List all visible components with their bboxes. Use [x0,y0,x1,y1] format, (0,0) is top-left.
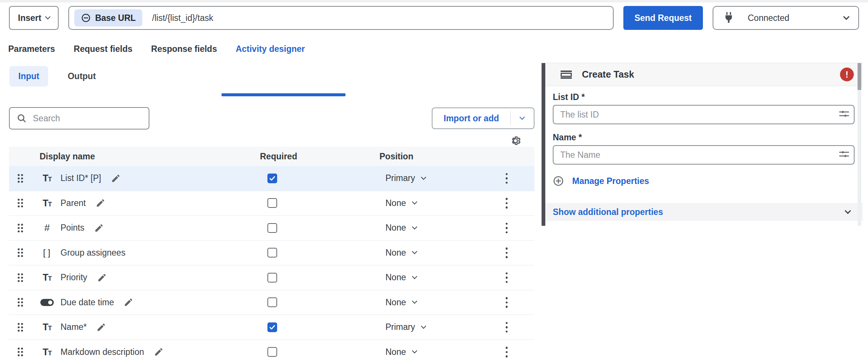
activity-designer-page: Insert Base URL /list/{list_id}/task Sen… [0,0,868,359]
required-checkbox[interactable] [267,347,277,357]
table-row: TTList ID* [P]Primary [9,166,534,191]
edit-pencil-icon[interactable] [97,273,107,282]
position-select[interactable]: None [379,198,495,208]
panel-resize-bar[interactable] [542,63,545,226]
connection-dropdown[interactable]: Connected [713,6,859,30]
row-menu-kebab-icon[interactable] [502,270,512,285]
edit-pencil-icon[interactable] [154,347,164,357]
row-menu-kebab-icon[interactable] [502,221,512,236]
row-menu-kebab-icon[interactable] [502,295,512,310]
drag-handle-icon[interactable] [17,347,40,357]
gear-icon[interactable] [508,133,523,148]
show-additional-properties-toggle[interactable]: Show additional properties [545,203,863,221]
field-display-name: Parent [61,198,86,208]
tab-parameters[interactable]: Parameters [8,44,55,60]
edit-pencil-icon[interactable] [124,297,133,307]
row-menu-kebab-icon[interactable] [502,196,512,211]
link-icon [81,13,91,23]
subtab-output[interactable]: Output [59,66,105,87]
required-checkbox[interactable] [267,273,277,282]
tab-activity-designer[interactable]: Activity designer [236,44,305,60]
import-or-add-label[interactable]: Import or add [433,113,510,124]
name-input[interactable] [553,145,855,165]
table-row: TTName*Primary [9,315,534,340]
search-box[interactable] [9,107,149,129]
text-type-icon: TT [40,198,55,209]
panel-body: List ID * Name * [545,86,863,189]
position-select[interactable]: None [379,248,495,258]
edit-pencil-icon[interactable] [94,223,104,233]
drag-handle-icon[interactable] [17,174,40,183]
drag-handle-icon[interactable] [17,248,40,257]
tab-request-fields[interactable]: Request fields [74,44,132,60]
list-id-input[interactable] [553,105,855,124]
row-menu-kebab-icon[interactable] [502,344,512,359]
position-value: None [385,272,406,282]
table-row: TTMarkdown descriptionNone [9,340,534,359]
text-type-icon: TT [40,322,55,333]
position-select[interactable]: None [379,347,495,357]
sliders-icon[interactable] [839,150,849,159]
table-row: Due date timeNone [9,290,534,315]
request-url-field[interactable]: Base URL /list/{list_id}/task [68,6,614,30]
panel-scrollbar[interactable] [858,63,861,226]
tab-response-fields[interactable]: Response fields [151,44,217,60]
drag-handle-icon[interactable] [17,297,40,307]
table-row: #PointsNone [9,216,534,241]
text-type-icon: TT [40,173,55,184]
chevron-down-icon [843,14,850,20]
row-menu-kebab-icon[interactable] [502,320,512,335]
table-toolbar: Import or add [0,107,542,129]
required-checkbox[interactable] [267,248,277,257]
panel-header: Create Task ! [545,63,863,86]
edit-pencil-icon[interactable] [111,174,121,183]
table-row: [ ]Group assigneesNone [9,241,534,266]
boolean-type-icon [40,299,55,306]
search-input[interactable] [33,113,143,124]
drag-handle-icon[interactable] [17,322,40,332]
request-path-text[interactable]: /list/{list_id}/task [152,13,213,23]
chevron-down-icon [845,208,851,214]
position-select[interactable]: None [379,223,495,233]
field-display-name: Name* [61,322,87,332]
position-select[interactable]: Primary [379,322,495,332]
position-select[interactable]: None [379,272,495,282]
stacked-rows-icon [560,69,572,80]
position-select[interactable]: None [379,297,495,308]
field-display-name: Group assignees [61,248,125,258]
required-checkbox[interactable] [267,297,277,307]
send-request-button[interactable]: Send Request [623,6,703,30]
panel-scrollbar-thumb[interactable] [858,63,861,90]
plug-icon [724,12,734,24]
required-checkbox[interactable] [267,223,277,233]
drag-handle-icon[interactable] [17,273,40,282]
fields-table-header: Display name Required Position [9,147,534,166]
edit-pencil-icon[interactable] [96,322,106,332]
row-menu-kebab-icon[interactable] [502,245,512,260]
field-display-name: Points [61,223,84,233]
required-checkbox[interactable] [267,322,277,332]
subtab-input[interactable]: Input [9,66,48,87]
manage-properties-link[interactable]: Manage Properties [553,173,855,189]
sliders-icon[interactable] [839,110,849,119]
show-additional-properties-label[interactable]: Show additional properties [553,207,846,217]
base-url-chip[interactable]: Base URL [74,9,143,26]
field-display-name: Markdown description [61,347,144,357]
required-checkbox[interactable] [267,198,277,208]
import-menu-toggle[interactable] [511,118,534,119]
drag-handle-icon[interactable] [17,223,40,233]
edit-pencil-icon[interactable] [96,198,105,208]
insert-button[interactable]: Insert [9,6,59,30]
required-checkbox[interactable] [267,174,277,183]
import-or-add-button[interactable]: Import or add [432,107,534,129]
manage-properties-label[interactable]: Manage Properties [572,176,649,186]
drag-handle-icon[interactable] [17,198,40,208]
row-menu-kebab-icon[interactable] [502,171,512,186]
number-type-icon: # [40,222,55,234]
field-label: List ID * [553,92,855,102]
text-type-icon: TT [40,272,55,283]
position-value: None [385,223,406,233]
position-select[interactable]: Primary [379,173,495,183]
position-value: None [385,297,406,308]
array-type-icon: [ ] [40,247,55,258]
